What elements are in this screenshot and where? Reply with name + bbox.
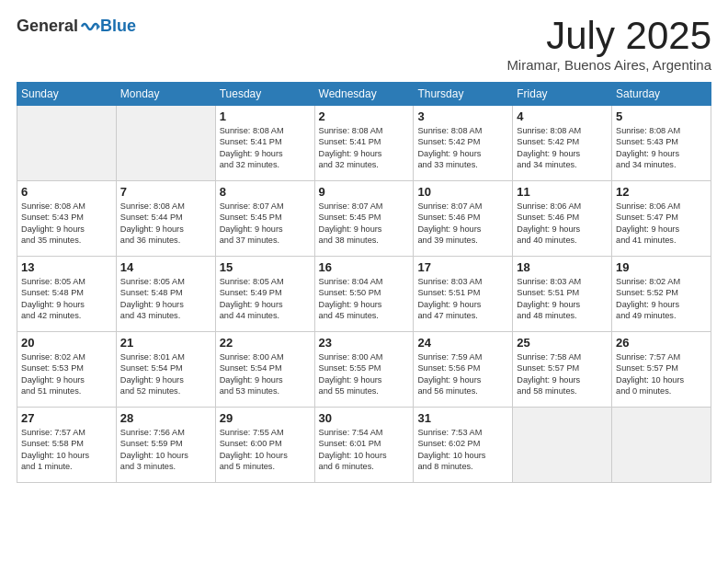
- cell-info: Sunrise: 8:04 AM Sunset: 5:50 PM Dayligh…: [319, 276, 410, 322]
- cell-info: Sunrise: 8:08 AM Sunset: 5:44 PM Dayligh…: [120, 201, 211, 247]
- cell-info: Sunrise: 7:58 AM Sunset: 5:57 PM Dayligh…: [517, 351, 608, 397]
- calendar-week-1: 1Sunrise: 8:08 AM Sunset: 5:41 PM Daylig…: [17, 106, 711, 181]
- calendar-cell: 13Sunrise: 8:05 AM Sunset: 5:48 PM Dayli…: [17, 257, 117, 332]
- day-number: 17: [417, 260, 508, 274]
- cell-info: Sunrise: 8:07 AM Sunset: 5:45 PM Dayligh…: [220, 201, 311, 247]
- cell-info: Sunrise: 8:07 AM Sunset: 5:45 PM Dayligh…: [319, 201, 410, 247]
- cell-info: Sunrise: 7:53 AM Sunset: 6:02 PM Dayligh…: [417, 427, 508, 473]
- calendar-cell: 20Sunrise: 8:02 AM Sunset: 5:53 PM Dayli…: [17, 332, 117, 408]
- calendar-header-saturday: Saturday: [612, 83, 711, 106]
- day-number: 4: [517, 109, 608, 123]
- cell-info: Sunrise: 8:02 AM Sunset: 5:52 PM Dayligh…: [616, 276, 707, 322]
- calendar-cell: 22Sunrise: 8:00 AM Sunset: 5:54 PM Dayli…: [215, 332, 314, 408]
- calendar-cell: 7Sunrise: 8:08 AM Sunset: 5:44 PM Daylig…: [116, 181, 215, 257]
- calendar-cell: 21Sunrise: 8:01 AM Sunset: 5:54 PM Dayli…: [116, 332, 215, 408]
- day-number: 19: [616, 260, 707, 274]
- calendar-week-5: 27Sunrise: 7:57 AM Sunset: 5:58 PM Dayli…: [17, 408, 711, 483]
- page: General Blue July 2025 Miramar, Buenos A…: [0, 0, 728, 563]
- cell-info: Sunrise: 8:08 AM Sunset: 5:43 PM Dayligh…: [616, 125, 707, 171]
- day-number: 18: [517, 260, 608, 274]
- header: General Blue July 2025 Miramar, Buenos A…: [17, 17, 711, 73]
- day-number: 15: [220, 260, 311, 274]
- day-number: 30: [319, 411, 410, 425]
- cell-info: Sunrise: 7:57 AM Sunset: 5:58 PM Dayligh…: [21, 427, 112, 473]
- calendar-header-row: SundayMondayTuesdayWednesdayThursdayFrid…: [17, 83, 711, 106]
- day-number: 23: [319, 336, 410, 350]
- day-number: 2: [319, 109, 410, 123]
- title-section: July 2025 Miramar, Buenos Aires, Argenti…: [506, 17, 711, 73]
- calendar-cell: 9Sunrise: 8:07 AM Sunset: 5:45 PM Daylig…: [314, 181, 414, 257]
- logo-general-text: General: [17, 17, 78, 36]
- calendar-header-monday: Monday: [116, 83, 215, 106]
- cell-info: Sunrise: 8:08 AM Sunset: 5:41 PM Dayligh…: [220, 125, 311, 171]
- day-number: 28: [120, 411, 211, 425]
- calendar-cell: 4Sunrise: 8:08 AM Sunset: 5:42 PM Daylig…: [513, 106, 612, 181]
- calendar-cell: 16Sunrise: 8:04 AM Sunset: 5:50 PM Dayli…: [314, 257, 414, 332]
- calendar-cell: 6Sunrise: 8:08 AM Sunset: 5:43 PM Daylig…: [17, 181, 117, 257]
- calendar-cell: 8Sunrise: 8:07 AM Sunset: 5:45 PM Daylig…: [215, 181, 314, 257]
- cell-info: Sunrise: 8:05 AM Sunset: 5:48 PM Dayligh…: [120, 276, 211, 322]
- calendar-cell: 5Sunrise: 8:08 AM Sunset: 5:43 PM Daylig…: [612, 106, 711, 181]
- cell-info: Sunrise: 8:03 AM Sunset: 5:51 PM Dayligh…: [517, 276, 608, 322]
- calendar-header-sunday: Sunday: [17, 83, 117, 106]
- calendar-cell: 26Sunrise: 7:57 AM Sunset: 5:57 PM Dayli…: [612, 332, 711, 408]
- day-number: 9: [319, 185, 410, 199]
- calendar-week-2: 6Sunrise: 8:08 AM Sunset: 5:43 PM Daylig…: [17, 181, 711, 257]
- day-number: 25: [517, 336, 608, 350]
- calendar-cell: 30Sunrise: 7:54 AM Sunset: 6:01 PM Dayli…: [314, 408, 414, 483]
- calendar-cell: 1Sunrise: 8:08 AM Sunset: 5:41 PM Daylig…: [215, 106, 314, 181]
- cell-info: Sunrise: 7:54 AM Sunset: 6:01 PM Dayligh…: [319, 427, 410, 473]
- calendar-cell: 3Sunrise: 8:08 AM Sunset: 5:42 PM Daylig…: [414, 106, 513, 181]
- calendar-cell: [612, 408, 711, 483]
- calendar-week-3: 13Sunrise: 8:05 AM Sunset: 5:48 PM Dayli…: [17, 257, 711, 332]
- calendar-cell: [17, 106, 117, 181]
- day-number: 6: [21, 185, 112, 199]
- day-number: 7: [120, 185, 211, 199]
- day-number: 3: [417, 109, 508, 123]
- cell-info: Sunrise: 7:56 AM Sunset: 5:59 PM Dayligh…: [120, 427, 211, 473]
- day-number: 14: [120, 260, 211, 274]
- day-number: 26: [616, 336, 707, 350]
- day-number: 27: [21, 411, 112, 425]
- calendar-header-thursday: Thursday: [414, 83, 513, 106]
- day-number: 31: [417, 411, 508, 425]
- calendar-week-4: 20Sunrise: 8:02 AM Sunset: 5:53 PM Dayli…: [17, 332, 711, 408]
- calendar-cell: [513, 408, 612, 483]
- cell-info: Sunrise: 7:57 AM Sunset: 5:57 PM Dayligh…: [616, 351, 707, 397]
- day-number: 16: [319, 260, 410, 274]
- cell-info: Sunrise: 8:00 AM Sunset: 5:54 PM Dayligh…: [220, 351, 311, 397]
- calendar-cell: 23Sunrise: 8:00 AM Sunset: 5:55 PM Dayli…: [314, 332, 414, 408]
- calendar-cell: 2Sunrise: 8:08 AM Sunset: 5:41 PM Daylig…: [314, 106, 414, 181]
- cell-info: Sunrise: 8:08 AM Sunset: 5:41 PM Dayligh…: [319, 125, 410, 171]
- cell-info: Sunrise: 8:05 AM Sunset: 5:49 PM Dayligh…: [220, 276, 311, 322]
- calendar-table: SundayMondayTuesdayWednesdayThursdayFrid…: [17, 82, 711, 483]
- cell-info: Sunrise: 8:02 AM Sunset: 5:53 PM Dayligh…: [21, 351, 112, 397]
- day-number: 8: [220, 185, 311, 199]
- calendar-cell: 14Sunrise: 8:05 AM Sunset: 5:48 PM Dayli…: [116, 257, 215, 332]
- calendar-cell: 25Sunrise: 7:58 AM Sunset: 5:57 PM Dayli…: [513, 332, 612, 408]
- day-number: 12: [616, 185, 707, 199]
- cell-info: Sunrise: 7:59 AM Sunset: 5:56 PM Dayligh…: [417, 351, 508, 397]
- day-number: 22: [220, 336, 311, 350]
- month-title: July 2025: [506, 17, 711, 55]
- day-number: 1: [220, 109, 311, 123]
- calendar-cell: 15Sunrise: 8:05 AM Sunset: 5:49 PM Dayli…: [215, 257, 314, 332]
- cell-info: Sunrise: 8:03 AM Sunset: 5:51 PM Dayligh…: [417, 276, 508, 322]
- day-number: 21: [120, 336, 211, 350]
- calendar-cell: 17Sunrise: 8:03 AM Sunset: 5:51 PM Dayli…: [414, 257, 513, 332]
- cell-info: Sunrise: 8:07 AM Sunset: 5:46 PM Dayligh…: [417, 201, 508, 247]
- calendar-header-tuesday: Tuesday: [215, 83, 314, 106]
- calendar-cell: 27Sunrise: 7:57 AM Sunset: 5:58 PM Dayli…: [17, 408, 117, 483]
- logo-wave-icon: [80, 19, 100, 34]
- calendar-cell: 18Sunrise: 8:03 AM Sunset: 5:51 PM Dayli…: [513, 257, 612, 332]
- cell-info: Sunrise: 8:08 AM Sunset: 5:42 PM Dayligh…: [417, 125, 508, 171]
- day-number: 24: [417, 336, 508, 350]
- calendar-header-wednesday: Wednesday: [314, 83, 414, 106]
- logo-blue-text: Blue: [100, 17, 136, 36]
- calendar-cell: 31Sunrise: 7:53 AM Sunset: 6:02 PM Dayli…: [414, 408, 513, 483]
- calendar-header-friday: Friday: [513, 83, 612, 106]
- cell-info: Sunrise: 8:05 AM Sunset: 5:48 PM Dayligh…: [21, 276, 112, 322]
- cell-info: Sunrise: 8:06 AM Sunset: 5:47 PM Dayligh…: [616, 201, 707, 247]
- location: Miramar, Buenos Aires, Argentina: [506, 57, 711, 73]
- logo: General Blue: [17, 17, 136, 36]
